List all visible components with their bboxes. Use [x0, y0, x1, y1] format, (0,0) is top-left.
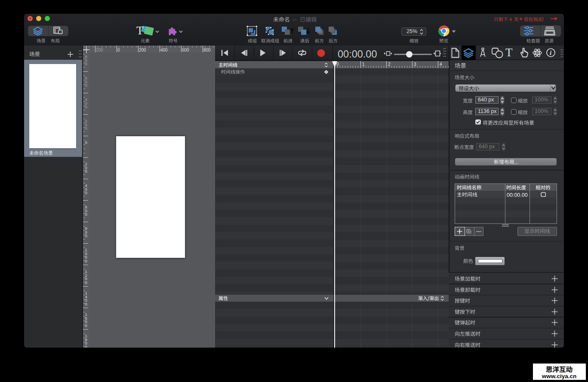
- svg-text:T: T: [505, 47, 513, 58]
- svg-text:i: i: [550, 49, 552, 56]
- svg-text:T: T: [136, 25, 144, 37]
